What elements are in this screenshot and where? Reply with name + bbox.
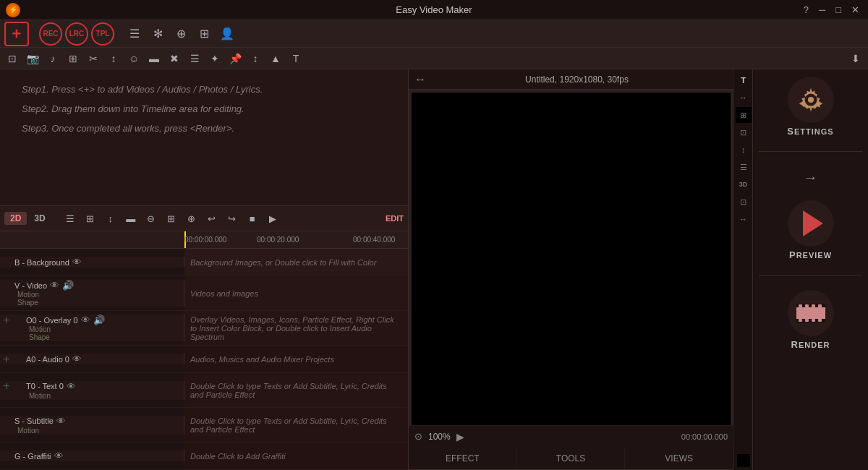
video-tb-icon[interactable]: ⊡ [3, 49, 22, 68]
svg-rect-9 [799, 319, 802, 322]
right-tabs: EFFECT TOOLS VIEWS [409, 447, 733, 470]
lrc-button[interactable]: LRC [65, 22, 88, 46]
emoji-icon[interactable]: ☺ [124, 49, 143, 68]
preview-icon-area [788, 200, 834, 247]
overlay0-track-content[interactable]: Overlay Videos, Images, Icons, Particle … [184, 311, 408, 345]
target-icon[interactable]: ⊕ [171, 24, 191, 44]
tab-tools[interactable]: TOOLS [517, 447, 626, 469]
tpl-button[interactable]: TPL [91, 22, 114, 46]
tl-sort-icon[interactable]: ↕ [102, 210, 119, 227]
text0-label-text: T0 - Text 0 [26, 382, 64, 390]
grid-icon[interactable]: ⊞ [194, 24, 214, 44]
svg-rect-7 [812, 304, 815, 307]
vi-box-icon[interactable]: ⊡ [736, 124, 752, 140]
track-label-bg: B - Background 👁 [0, 257, 184, 268]
render-card[interactable]: RENDER [764, 290, 858, 350]
tl-redo-icon[interactable]: ↪ [224, 210, 241, 227]
render-label: RENDER [791, 339, 830, 350]
minimize-button[interactable]: ─ [816, 4, 828, 15]
overlay0-vol-icon[interactable]: 🔊 [93, 315, 105, 325]
close-button[interactable]: ✕ [848, 4, 862, 15]
audio0-add-icon[interactable]: + [3, 353, 9, 366]
text-icon[interactable]: T [286, 49, 305, 68]
vi-vert-icon[interactable]: ↕ [736, 142, 752, 158]
svg-rect-10 [805, 319, 809, 322]
download-icon[interactable]: ⬇ [846, 49, 865, 68]
tl-ruler-icon[interactable]: ⊞ [163, 210, 180, 227]
cross-icon[interactable]: ✖ [165, 49, 184, 68]
video-track-content[interactable]: Videos and Images [184, 276, 408, 310]
tab-views[interactable]: VIEWS [625, 447, 733, 469]
text0-track-content[interactable]: Double Click to type Texts or Add Subtit… [184, 373, 408, 407]
edit-label: EDIT [386, 214, 404, 223]
preview-main: ↔ Untitled, 1920x1080, 30fps ⊙ 100% ▶ 00… [409, 69, 733, 470]
tl-minus-icon[interactable]: ⊖ [142, 210, 160, 227]
maximize-button[interactable]: □ [833, 4, 844, 15]
video-vol-icon[interactable]: 🔊 [62, 280, 74, 291]
vi-box2-icon[interactable]: ⊡ [736, 194, 752, 210]
mode-2d-button[interactable]: 2D [4, 212, 27, 225]
settings-card[interactable]: SETTINGS [764, 77, 858, 137]
text0-eye-icon[interactable]: 👁 [67, 381, 76, 392]
chart-icon[interactable]: ▲ [266, 49, 285, 68]
window-controls[interactable]: ? ─ □ ✕ [801, 4, 862, 15]
list-icon[interactable]: ☰ [124, 24, 145, 44]
vi-chart-icon[interactable]: ☰ [736, 159, 752, 175]
tl-undo-icon[interactable]: ↩ [203, 210, 221, 227]
track-label-graffiti: G - Graffiti 👁 [0, 450, 184, 461]
graffiti-track-content[interactable]: Double Click to Add Graffiti [184, 443, 408, 469]
help-button[interactable]: ? [801, 4, 812, 15]
track-row-text0: + T0 - Text 0 👁 Motion Double Click to t… [0, 373, 408, 408]
audio0-eye-icon[interactable]: 👁 [72, 354, 82, 364]
tl-grid-icon[interactable]: ⊞ [82, 210, 99, 227]
vi-text-icon[interactable]: T [736, 72, 752, 88]
right-section: ↔ Untitled, 1920x1080, 30fps ⊙ 100% ▶ 00… [409, 69, 868, 470]
camera-icon[interactable]: 📷 [23, 49, 42, 68]
user-icon[interactable]: 👤 [217, 24, 237, 44]
video-canvas[interactable] [412, 93, 731, 425]
multi-icon[interactable]: ⊞ [64, 49, 82, 68]
track-row-audio0: + A0 - Audio 0 👁 Audios, Musics and Audi… [0, 346, 408, 373]
tab-effect[interactable]: EFFECT [409, 447, 517, 469]
swap-icon[interactable]: ↕ [246, 49, 265, 68]
timeline: 00:00:00.000 00:00:20.000 00:00:40.000 0… [0, 231, 408, 470]
audio0-track-content[interactable]: Audios, Musics and Audio Mixer Projects [184, 346, 408, 372]
add-button[interactable]: + [4, 22, 29, 46]
mode-3d-button[interactable]: 3D [30, 212, 49, 225]
asterisk-icon[interactable]: ✻ [148, 24, 168, 44]
music-icon[interactable]: ♪ [43, 49, 62, 68]
sparkle-icon[interactable]: ✦ [205, 49, 224, 68]
settings-icon-area [788, 77, 834, 123]
bg-eye-icon[interactable]: 👁 [72, 257, 82, 268]
text0-add-icon[interactable]: + [3, 380, 9, 393]
graffiti-eye-icon[interactable]: 👁 [54, 450, 64, 461]
cut-icon[interactable]: ✂ [84, 49, 103, 68]
tl-stop-icon[interactable]: ■ [244, 210, 261, 227]
overlay0-eye-icon[interactable]: 👁 [81, 315, 90, 325]
vi-swap-icon[interactable]: ↔ [736, 90, 752, 106]
vi-grid2-icon[interactable]: ⊞ [736, 107, 752, 123]
graffiti-label-text: G - Graffiti [14, 452, 51, 461]
vi-expand-icon[interactable]: ↔ [736, 211, 752, 227]
zoom-icon: ⊙ [414, 431, 422, 442]
overlay0-sub-label: MotionShape [29, 325, 178, 341]
subtitle-track-content[interactable]: Double Click to type Texts or Add Subtit… [184, 408, 408, 442]
ruler-mark-2: 00:00:40.000 [353, 236, 395, 244]
subtitle-eye-icon[interactable]: 👁 [56, 416, 66, 427]
list2-icon[interactable]: ☰ [185, 49, 204, 68]
adjust-icon[interactable]: ↕ [104, 49, 123, 68]
tl-clip-icon[interactable]: ▬ [122, 210, 140, 227]
preview-title: Untitled, 1920x1080, 30fps [525, 74, 629, 85]
vi-3d-icon[interactable]: 3D [736, 176, 752, 192]
preview-card[interactable]: PREVIEW [764, 200, 858, 260]
rec-button[interactable]: REC [39, 22, 62, 46]
video-eye-icon[interactable]: 👁 [50, 280, 59, 291]
pin-icon[interactable]: 📌 [226, 49, 244, 68]
tl-list-icon[interactable]: ☰ [61, 210, 79, 227]
overlay0-add-icon[interactable]: + [3, 314, 9, 327]
bar-icon[interactable]: ▬ [145, 49, 163, 68]
bg-track-content[interactable]: Background Images, or Double click to Fi… [184, 249, 408, 275]
tl-play-icon[interactable]: ▶ [264, 210, 281, 227]
tl-plus-icon[interactable]: ⊕ [183, 210, 200, 227]
play-preview-button[interactable]: ▶ [456, 431, 464, 443]
